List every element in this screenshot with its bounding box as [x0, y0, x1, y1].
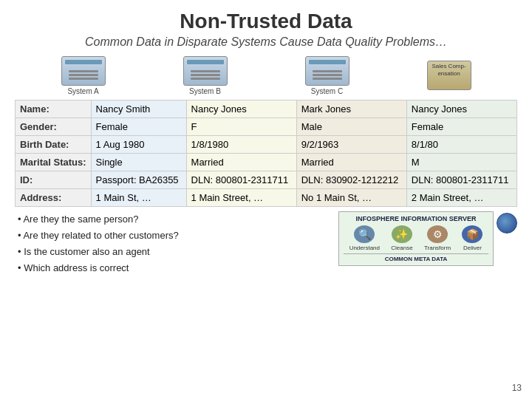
birth-a: 1 Aug 1980: [91, 135, 186, 153]
address-c: No 1 Main St, …: [296, 188, 406, 206]
systems-row: System A System B System C: [15, 56, 517, 95]
label-birth: Birth Date:: [16, 135, 92, 153]
infosphere-transform: ⚙ Transform: [424, 225, 451, 251]
marital-c: Married: [296, 153, 406, 171]
system-a-label: System A: [67, 87, 98, 95]
table-row-gender: Gender: Female F Male Female: [16, 117, 517, 135]
understand-icon: 🔍: [354, 225, 375, 243]
infosphere-box: INFOSPHERE INFORMATION SERVER 🔍 Understa…: [338, 211, 494, 266]
id-c: DLN: 830902-1212212: [296, 171, 406, 188]
label-id: ID:: [16, 171, 92, 188]
system-a: System A: [32, 56, 135, 95]
globe-icon: [497, 213, 517, 233]
label-name: Name:: [16, 100, 92, 117]
system-a-icon: [61, 56, 106, 86]
cleanse-label: Cleanse: [391, 245, 412, 251]
infosphere-deliver: 📦 Deliver: [462, 225, 482, 251]
deliver-icon: 📦: [462, 225, 482, 243]
marital-d: M: [406, 153, 516, 171]
birth-c: 9/2/1963: [296, 135, 406, 153]
id-a: Passport: BA26355: [91, 171, 186, 188]
deliver-label: Deliver: [463, 245, 482, 251]
table-row-name: Name: Nancy Smith Nancy Jones Mark Jones…: [16, 100, 517, 117]
system-c-label: System C: [311, 87, 343, 95]
table-row-birth: Birth Date: 1 Aug 1980 1/8/1980 9/2/1963…: [16, 135, 517, 153]
name-b: Nancy Jones: [186, 100, 296, 117]
system-sales-icon: Sales Comp-ensation: [427, 61, 471, 90]
name-c: Mark Jones: [296, 100, 406, 117]
marital-b: Married: [186, 153, 296, 171]
cleanse-icon: ✨: [392, 225, 412, 243]
label-address: Address:: [16, 188, 92, 206]
infosphere-understand: 🔍 Understand: [349, 225, 380, 251]
name-d: Nancy Jones: [406, 100, 516, 117]
transform-icon: ⚙: [427, 225, 448, 243]
label-gender: Gender:: [16, 117, 92, 135]
birth-d: 8/1/80: [406, 135, 516, 153]
page-number: 13: [512, 383, 522, 393]
common-meta-label: COMMON META DATA: [344, 253, 488, 262]
gender-c: Male: [296, 117, 406, 135]
address-a: 1 Main St, …: [91, 188, 186, 206]
bullet-2: • Are they related to other customers?: [15, 228, 331, 244]
understand-label: Understand: [349, 245, 380, 251]
birth-b: 1/8/1980: [186, 135, 296, 153]
address-d: 2 Main Street, …: [406, 188, 516, 206]
table-row-marital: Marital Status: Single Married Married M: [16, 153, 517, 171]
slide-title: Non-Trusted Data: [15, 9, 517, 34]
bullet-4: • Which address is correct: [15, 260, 331, 276]
system-b-label: System B: [189, 87, 221, 95]
system-sales: Sales Comp-ensation: [398, 61, 501, 90]
transform-label: Transform: [424, 245, 451, 251]
infosphere-title: INFOSPHERE INFORMATION SERVER: [344, 215, 488, 222]
slide-subtitle: Common Data in Disparate Systems Cause D…: [15, 35, 517, 49]
infosphere-icons-row: 🔍 Understand ✨ Cleanse ⚙ Transform 📦 Del…: [344, 225, 488, 251]
marital-a: Single: [91, 153, 186, 171]
table-row-address: Address: 1 Main St, … 1 Main Street, … N…: [16, 188, 517, 206]
system-c-icon: [305, 56, 349, 86]
gender-b: F: [186, 117, 296, 135]
gender-a: Female: [91, 117, 186, 135]
infosphere-cleanse: ✨ Cleanse: [391, 225, 412, 251]
gender-d: Female: [406, 117, 516, 135]
id-d: DLN: 800801-2311711: [406, 171, 516, 188]
bullet-list: • Are they the same person? • Are they r…: [15, 211, 331, 276]
system-b-icon: [183, 56, 228, 86]
table-row-id: ID: Passport: BA26355 DLN: 800801-231171…: [16, 171, 517, 188]
address-b: 1 Main Street, …: [186, 188, 296, 206]
bullet-1: • Are they the same person?: [15, 211, 331, 228]
bottom-section: • Are they the same person? • Are they r…: [15, 211, 517, 276]
data-comparison-table: Name: Nancy Smith Nancy Jones Mark Jones…: [15, 100, 517, 207]
name-a: Nancy Smith: [91, 100, 186, 117]
system-b: System B: [154, 56, 257, 95]
label-marital: Marital Status:: [16, 153, 92, 171]
bullet-3: • Is the customer also an agent: [15, 244, 331, 260]
system-c: System C: [276, 56, 379, 95]
id-b: DLN: 800801-2311711: [186, 171, 296, 188]
